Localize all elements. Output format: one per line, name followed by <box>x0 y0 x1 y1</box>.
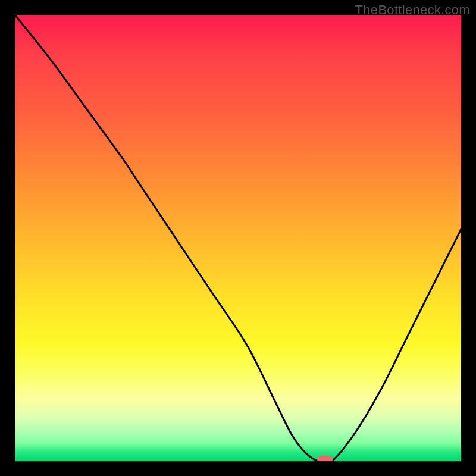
watermark-text: TheBottleneck.com <box>355 2 470 18</box>
plot-area <box>15 15 461 461</box>
optimal-marker <box>317 456 333 461</box>
bottleneck-curve <box>15 15 461 461</box>
chart-frame: TheBottleneck.com <box>0 0 476 476</box>
